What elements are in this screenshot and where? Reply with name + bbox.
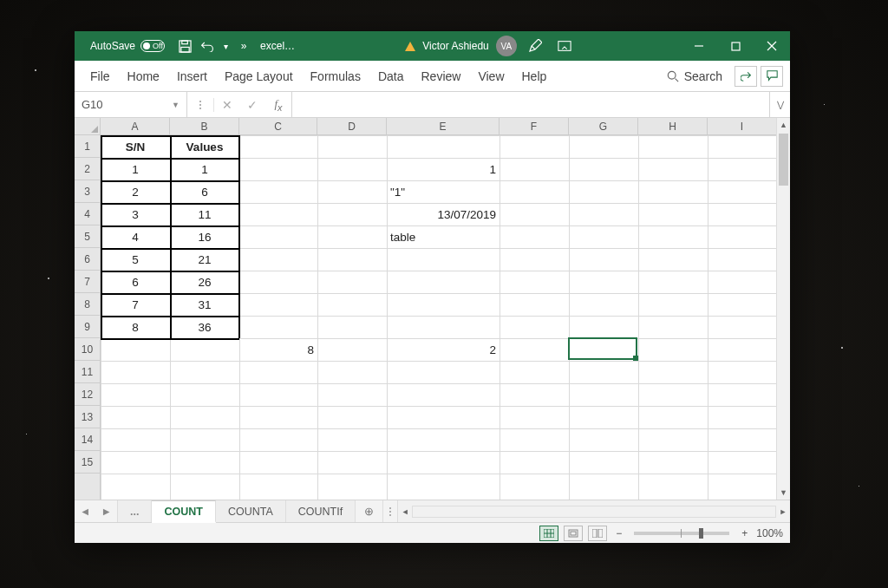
- row-header-3[interactable]: 3: [75, 180, 100, 203]
- cell-B1[interactable]: Values: [170, 135, 239, 158]
- tab-insert[interactable]: Insert: [168, 61, 216, 91]
- col-header-B[interactable]: B: [170, 118, 239, 134]
- tab-file[interactable]: File: [82, 61, 119, 91]
- row-header-1[interactable]: 1: [75, 135, 100, 158]
- fx-icon[interactable]: fx: [265, 97, 291, 113]
- sheet-next-icon[interactable]: ►: [101, 506, 112, 518]
- row-header-5[interactable]: 5: [75, 225, 100, 248]
- tab-home[interactable]: Home: [119, 61, 168, 91]
- save-icon[interactable]: [173, 31, 196, 61]
- sheet-tab-count[interactable]: COUNT: [152, 500, 215, 523]
- cells-grid[interactable]: S/NValues112631141652162673183681"1"13/0…: [101, 135, 790, 500]
- row-header-10[interactable]: 10: [75, 338, 100, 361]
- fill-handle[interactable]: [633, 356, 638, 361]
- sheet-tab-countif[interactable]: COUNTIf: [286, 500, 356, 522]
- search-box[interactable]: Search: [658, 69, 731, 83]
- tab-page-layout[interactable]: Page Layout: [216, 61, 302, 91]
- autosave-toggle[interactable]: AutoSave Off: [75, 40, 173, 52]
- row-header-12[interactable]: 12: [75, 383, 100, 406]
- sheet-tab-counta[interactable]: COUNTA: [216, 500, 286, 522]
- comments-button[interactable]: [761, 66, 783, 87]
- col-header-G[interactable]: G: [569, 118, 638, 134]
- tab-review[interactable]: Review: [413, 61, 470, 91]
- row-header-6[interactable]: 6: [75, 248, 100, 271]
- row-header-4[interactable]: 4: [75, 203, 100, 225]
- row-header-2[interactable]: 2: [75, 158, 100, 180]
- sheet-tab-more[interactable]: ...: [118, 500, 152, 522]
- sheet-prev-icon[interactable]: ◄: [80, 506, 90, 518]
- row-header-9[interactable]: 9: [75, 316, 100, 338]
- name-box[interactable]: G10 ▼: [75, 92, 187, 117]
- row-header-14[interactable]: 14: [75, 428, 100, 451]
- ribbon-display-icon[interactable]: [553, 31, 576, 61]
- cell-E5[interactable]: table: [387, 225, 500, 248]
- formula-input[interactable]: [292, 92, 769, 117]
- cell-A9[interactable]: 8: [101, 316, 170, 338]
- hscroll-right-icon[interactable]: ►: [776, 507, 790, 516]
- tab-view[interactable]: View: [469, 61, 513, 91]
- cell-C10[interactable]: 8: [239, 338, 317, 361]
- col-header-I[interactable]: I: [708, 118, 777, 134]
- minimize-button[interactable]: [681, 31, 717, 61]
- sheet-drag-handle[interactable]: [383, 500, 397, 522]
- row-header-7[interactable]: 7: [75, 271, 100, 293]
- cell-A6[interactable]: 5: [101, 248, 170, 271]
- vertical-scrollbar[interactable]: ▲ ▼: [776, 135, 790, 500]
- chevron-down-icon[interactable]: ▼: [172, 101, 180, 109]
- scroll-down-icon[interactable]: ▼: [777, 486, 790, 500]
- row-header-11[interactable]: 11: [75, 361, 100, 383]
- cell-E10[interactable]: 2: [387, 338, 500, 361]
- zoom-level[interactable]: 100%: [756, 527, 783, 539]
- cell-B8[interactable]: 31: [170, 293, 239, 316]
- cell-A8[interactable]: 7: [101, 293, 170, 316]
- tab-formulas[interactable]: Formulas: [302, 61, 369, 91]
- row-header-13[interactable]: 13: [75, 406, 100, 428]
- select-all-corner[interactable]: [75, 118, 101, 134]
- cell-A3[interactable]: 2: [101, 180, 170, 203]
- page-break-view-button[interactable]: [588, 526, 607, 541]
- filename-area[interactable]: excel…: [255, 40, 300, 52]
- horizontal-scrollbar[interactable]: ◄ ►: [397, 500, 790, 522]
- cell-B6[interactable]: 21: [170, 248, 239, 271]
- cell-E3[interactable]: "1": [387, 180, 500, 203]
- tab-data[interactable]: Data: [369, 61, 413, 91]
- more-commands-icon[interactable]: »: [232, 31, 255, 61]
- cell-A5[interactable]: 4: [101, 225, 170, 248]
- cell-B3[interactable]: 6: [170, 180, 239, 203]
- col-header-F[interactable]: F: [500, 118, 569, 134]
- cell-B5[interactable]: 16: [170, 225, 239, 248]
- maximize-button[interactable]: [717, 31, 754, 61]
- cell-B7[interactable]: 26: [170, 271, 239, 293]
- add-sheet-button[interactable]: ⊕: [356, 500, 383, 522]
- zoom-slider[interactable]: [634, 532, 729, 535]
- cell-B4[interactable]: 11: [170, 203, 239, 225]
- sheet-nav[interactable]: ◄►: [75, 500, 118, 522]
- cell-E4[interactable]: 13/07/2019: [387, 203, 500, 225]
- cell-E2[interactable]: 1: [387, 158, 500, 180]
- cancel-formula-icon[interactable]: ✕: [213, 98, 239, 112]
- undo-icon[interactable]: [196, 31, 219, 61]
- pen-icon[interactable]: [524, 31, 546, 61]
- normal-view-button[interactable]: [539, 526, 558, 541]
- share-button[interactable]: [735, 66, 757, 87]
- cell-B9[interactable]: 36: [170, 316, 239, 338]
- col-header-D[interactable]: D: [317, 118, 387, 134]
- hscroll-left-icon[interactable]: ◄: [398, 507, 412, 516]
- enter-formula-icon[interactable]: ✓: [239, 98, 265, 112]
- cell-B2[interactable]: 1: [170, 158, 239, 180]
- cell-A7[interactable]: 6: [101, 271, 170, 293]
- tab-help[interactable]: Help: [513, 61, 556, 91]
- col-header-C[interactable]: C: [239, 118, 317, 134]
- cell-A2[interactable]: 1: [101, 158, 170, 180]
- undo-dropdown[interactable]: ▾: [219, 31, 232, 61]
- close-button[interactable]: [754, 31, 790, 61]
- row-header-8[interactable]: 8: [75, 293, 100, 316]
- zoom-in-button[interactable]: +: [738, 527, 751, 539]
- toggle-switch[interactable]: Off: [140, 40, 165, 52]
- col-header-A[interactable]: A: [101, 118, 170, 134]
- page-layout-view-button[interactable]: [564, 526, 583, 541]
- col-header-E[interactable]: E: [387, 118, 500, 134]
- col-header-H[interactable]: H: [638, 118, 708, 134]
- cell-A1[interactable]: S/N: [101, 135, 170, 158]
- row-header-15[interactable]: 15: [75, 451, 100, 474]
